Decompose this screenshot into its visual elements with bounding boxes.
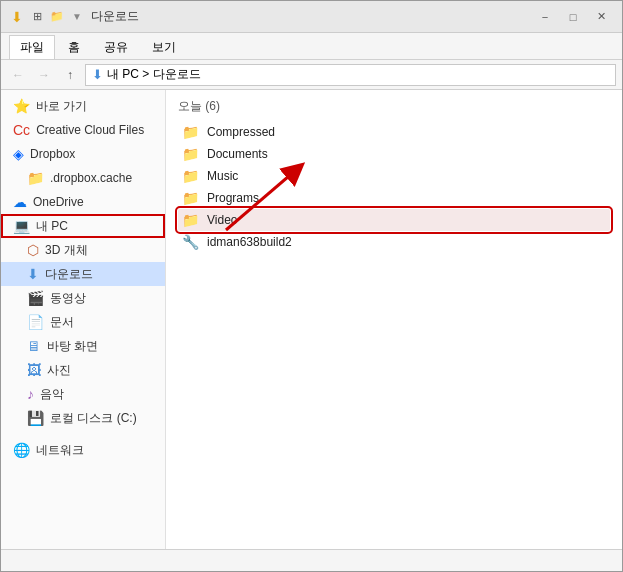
sidebar-item-creative-cloud[interactable]: Cc Creative Cloud Files [1, 118, 165, 142]
title-bar-pin: ▼ [69, 9, 85, 25]
star-icon: ⭐ [13, 98, 30, 114]
desktop-icon: 🖥 [27, 338, 41, 354]
sidebar-label-network: 네트워크 [36, 442, 84, 459]
sidebar-item-music[interactable]: ♪ 음악 [1, 382, 165, 406]
file-item-documents[interactable]: 📁 Documents [178, 143, 610, 165]
sidebar-label-dropbox-cache: .dropbox.cache [50, 171, 132, 185]
folder-icon-documents: 📁 [182, 146, 199, 162]
sidebar-item-photos[interactable]: 🖼 사진 [1, 358, 165, 382]
file-label-idman: idman638build2 [207, 235, 292, 249]
sidebar-label-creative-cloud: Creative Cloud Files [36, 123, 144, 137]
content-area: 오늘 (6) 📁 Compressed 📁 Documents 📁 Music … [166, 90, 622, 549]
file-item-compressed[interactable]: 📁 Compressed [178, 121, 610, 143]
title-bar: ⬇ ⊞ 📁 ▼ 다운로드 − □ ✕ [1, 1, 622, 33]
file-label-programs: Programs [207, 191, 259, 205]
sidebar-item-desktop[interactable]: 🖥 바탕 화면 [1, 334, 165, 358]
sidebar-item-network[interactable]: 🌐 네트워크 [1, 438, 165, 462]
tab-home[interactable]: 홈 [57, 35, 91, 59]
sidebar-label-desktop: 바탕 화면 [47, 338, 98, 355]
sidebar-label-3d: 3D 개체 [45, 242, 88, 259]
sidebar-item-onedrive[interactable]: ☁ OneDrive [1, 190, 165, 214]
network-icon: 🌐 [13, 442, 30, 458]
sidebar-item-local-disk[interactable]: 💾 로컬 디스크 (C:) [1, 406, 165, 430]
downloads-icon: ⬇ [27, 266, 39, 282]
sidebar-label-dropbox: Dropbox [30, 147, 75, 161]
title-bar-controls: − □ ✕ [532, 7, 614, 27]
documents-icon: 📄 [27, 314, 44, 330]
photos-icon: 🖼 [27, 362, 41, 378]
sidebar-item-dropbox-cache[interactable]: 📁 .dropbox.cache [1, 166, 165, 190]
file-label-video: Video [207, 213, 237, 227]
close-button[interactable]: ✕ [588, 7, 614, 27]
folder-icon-compressed: 📁 [182, 124, 199, 140]
file-label-music: Music [207, 169, 238, 183]
forward-button[interactable]: → [33, 64, 55, 86]
videos-icon: 🎬 [27, 290, 44, 306]
sidebar-item-3d[interactable]: ⬡ 3D 개체 [1, 238, 165, 262]
file-item-music[interactable]: 📁 Music [178, 165, 610, 187]
folder-icon-video: 📁 [182, 212, 199, 228]
file-item-programs[interactable]: 📁 Programs [178, 187, 610, 209]
path-pc-icon: ⬇ [92, 67, 103, 82]
title-bar-icon2: ⊞ [29, 9, 45, 25]
sidebar-label-documents: 문서 [50, 314, 74, 331]
sidebar-label-onedrive: OneDrive [33, 195, 84, 209]
folder-icon-programs: 📁 [182, 190, 199, 206]
address-path-text: 내 PC > 다운로드 [107, 66, 201, 83]
sidebar-label-photos: 사진 [47, 362, 71, 379]
sidebar-label-local-disk: 로컬 디스크 (C:) [50, 410, 137, 427]
3d-icon: ⬡ [27, 242, 39, 258]
local-disk-icon: 💾 [27, 410, 44, 426]
ribbon: 파일 홈 공유 보기 [1, 33, 622, 60]
title-bar-folder2: 📁 [49, 9, 65, 25]
sidebar: ⭐ 바로 가기 Cc Creative Cloud Files ◈ Dropbo… [1, 90, 166, 549]
file-label-documents: Documents [207, 147, 268, 161]
sidebar-label-quick-access: 바로 가기 [36, 98, 87, 115]
tab-view[interactable]: 보기 [141, 35, 187, 59]
explorer-window: ⬇ ⊞ 📁 ▼ 다운로드 − □ ✕ 파일 홈 공유 보기 ← → ↑ ⬇ 내 … [0, 0, 623, 572]
maximize-button[interactable]: □ [560, 7, 586, 27]
sidebar-label-downloads: 다운로드 [45, 266, 93, 283]
music-icon: ♪ [27, 386, 34, 402]
sidebar-item-documents[interactable]: 📄 문서 [1, 310, 165, 334]
address-path[interactable]: ⬇ 내 PC > 다운로드 [85, 64, 616, 86]
creative-cloud-icon: Cc [13, 122, 30, 138]
file-label-compressed: Compressed [207, 125, 275, 139]
sidebar-label-mypc: 내 PC [36, 218, 68, 235]
section-title: 오늘 (6) [178, 98, 610, 115]
folder-icon-music: 📁 [182, 168, 199, 184]
file-item-video[interactable]: 📁 Video [178, 209, 610, 231]
back-button[interactable]: ← [7, 64, 29, 86]
onedrive-icon: ☁ [13, 194, 27, 210]
tab-file[interactable]: 파일 [9, 35, 55, 59]
sidebar-item-downloads[interactable]: ⬇ 다운로드 [1, 262, 165, 286]
sidebar-item-videos[interactable]: 🎬 동영상 [1, 286, 165, 310]
exe-icon-idman: 🔧 [182, 234, 199, 250]
title-bar-title: 다운로드 [91, 8, 526, 25]
tab-share[interactable]: 공유 [93, 35, 139, 59]
sidebar-item-mypc[interactable]: 💻 내 PC [1, 214, 165, 238]
status-bar [1, 549, 622, 571]
sidebar-item-quick-access[interactable]: ⭐ 바로 가기 [1, 94, 165, 118]
mypc-icon: 💻 [13, 218, 30, 234]
main-content: ⭐ 바로 가기 Cc Creative Cloud Files ◈ Dropbo… [1, 90, 622, 549]
up-button[interactable]: ↑ [59, 64, 81, 86]
title-bar-icons: ⬇ ⊞ 📁 ▼ [9, 9, 85, 25]
sidebar-label-videos: 동영상 [50, 290, 86, 307]
address-bar: ← → ↑ ⬇ 내 PC > 다운로드 [1, 60, 622, 90]
ribbon-tabs: 파일 홈 공유 보기 [1, 33, 622, 59]
file-item-idman[interactable]: 🔧 idman638build2 [178, 231, 610, 253]
sidebar-item-dropbox[interactable]: ◈ Dropbox [1, 142, 165, 166]
title-folder-icon: ⬇ [9, 9, 25, 25]
folder-icon-cache: 📁 [27, 170, 44, 186]
minimize-button[interactable]: − [532, 7, 558, 27]
dropbox-icon: ◈ [13, 146, 24, 162]
sidebar-label-music: 음악 [40, 386, 64, 403]
